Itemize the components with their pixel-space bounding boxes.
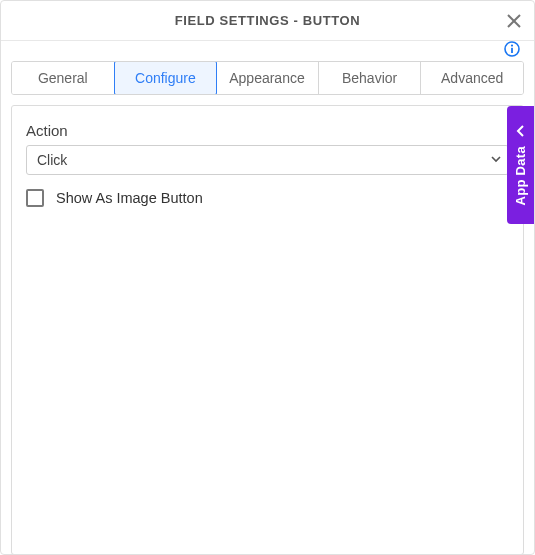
tab-label: Behavior <box>342 70 397 86</box>
tab-label: Advanced <box>441 70 503 86</box>
info-icon <box>504 41 520 57</box>
tab-behavior[interactable]: Behavior <box>319 62 422 94</box>
svg-point-3 <box>511 45 513 47</box>
tab-appearance[interactable]: Appearance <box>216 62 319 94</box>
show-as-image-row: Show As Image Button <box>26 189 509 207</box>
close-button[interactable] <box>504 11 524 31</box>
action-select-wrap: Click <box>26 145 509 175</box>
show-as-image-label: Show As Image Button <box>56 190 203 206</box>
show-as-image-checkbox[interactable] <box>26 189 44 207</box>
action-select[interactable]: Click <box>26 145 509 175</box>
info-row <box>1 41 534 61</box>
tab-label: Configure <box>135 70 196 86</box>
tab-label: Appearance <box>229 70 305 86</box>
tab-configure[interactable]: Configure <box>114 61 218 95</box>
svg-rect-4 <box>511 48 513 53</box>
panel-title: FIELD SETTINGS - BUTTON <box>175 13 360 28</box>
field-settings-panel: FIELD SETTINGS - BUTTON General Configur… <box>0 0 535 555</box>
info-button[interactable] <box>504 41 520 57</box>
tabs: General Configure Appearance Behavior Ad… <box>11 61 524 95</box>
close-icon <box>504 11 524 31</box>
app-data-drawer-toggle[interactable]: App Data <box>507 106 534 224</box>
tab-general[interactable]: General <box>12 62 115 94</box>
tab-content: Action Click Show As Image Button <box>11 105 524 555</box>
chevron-left-icon <box>514 124 528 138</box>
app-data-label: App Data <box>513 146 528 205</box>
tab-label: General <box>38 70 88 86</box>
action-label: Action <box>26 122 509 139</box>
panel-header: FIELD SETTINGS - BUTTON <box>1 1 534 41</box>
app-data-inner: App Data <box>513 124 528 205</box>
tab-advanced[interactable]: Advanced <box>421 62 523 94</box>
